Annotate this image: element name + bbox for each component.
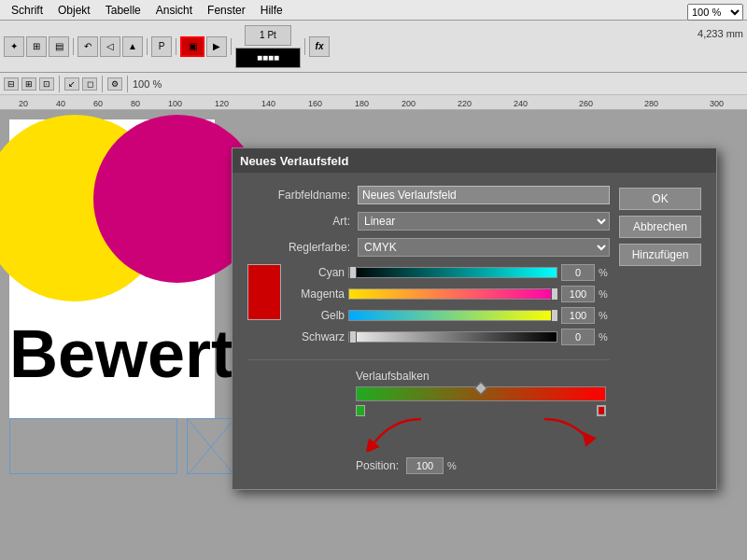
- reglerfarbe-label: Reglerfarbe:: [247, 241, 350, 254]
- position-label: Position:: [356, 459, 399, 472]
- tool-small-6[interactable]: ⚙: [107, 77, 122, 91]
- dialog-title: Neues Verlaufsfeld: [240, 154, 348, 168]
- cyan-value[interactable]: 0: [561, 264, 595, 281]
- verlaufsbalken-label: Verlaufsbalken: [247, 370, 610, 383]
- gradient-bar[interactable]: [356, 386, 606, 401]
- yellow-slider-row: Gelb 100 %: [289, 307, 610, 324]
- magenta-track[interactable]: [348, 288, 557, 300]
- stroke-width-select-btn[interactable]: 1 Pt: [245, 25, 291, 46]
- menu-bar: Schrift Objekt Tabelle Ansicht Fenster H…: [0, 0, 747, 21]
- ruler-mark-240: 240: [514, 99, 528, 108]
- fx-btn[interactable]: fx: [309, 36, 330, 57]
- reglerfarbe-select[interactable]: CMYK RGB: [358, 238, 610, 257]
- cyan-thumb[interactable]: [349, 266, 357, 279]
- tool-btn-2[interactable]: ⊞: [26, 36, 47, 57]
- magenta-thumb[interactable]: [551, 287, 558, 301]
- tool-small-3[interactable]: ⊡: [39, 77, 54, 91]
- black-thumb[interactable]: [349, 330, 357, 343]
- ruler-mark-80: 80: [131, 99, 140, 108]
- tool-btn-6[interactable]: ▲: [122, 36, 143, 57]
- farbfeldname-input[interactable]: [358, 186, 610, 204]
- tool-small-1[interactable]: ⊟: [4, 77, 19, 91]
- arrows-area: [356, 414, 610, 452]
- position-input[interactable]: [406, 457, 444, 474]
- magenta-label: Magenta: [289, 287, 345, 301]
- reglerfarbe-row: Reglerfarbe: CMYK RGB: [247, 238, 610, 257]
- toolbar-main: ✦ ⊞ ▤ ↶ ◁ ▲ P ▣ ▶ 1 Pt ■■■■ fx 4,233 mm: [0, 21, 747, 73]
- cyan-track[interactable]: [348, 267, 557, 278]
- ruler-mark-200: 200: [402, 99, 416, 108]
- ruler-mark-60: 60: [93, 99, 103, 108]
- tool-btn-1[interactable]: ✦: [4, 36, 24, 57]
- ruler-mark-120: 120: [215, 99, 229, 108]
- arrow-left-svg: [365, 414, 440, 452]
- coord-display: 4,233 mm: [698, 28, 743, 39]
- yellow-track[interactable]: [348, 310, 557, 321]
- gradient-diamond[interactable]: [474, 382, 487, 395]
- art-label: Art:: [247, 215, 350, 228]
- tool-btn-4[interactable]: ↶: [78, 36, 98, 57]
- menu-schrift[interactable]: Schrift: [4, 2, 50, 19]
- yellow-label: Gelb: [289, 309, 345, 322]
- tool-btn-7[interactable]: P: [151, 36, 172, 57]
- ruler-mark-100: 100: [168, 99, 182, 108]
- add-button[interactable]: Hinzufügen: [619, 244, 701, 266]
- percent-display: 100 %: [133, 78, 162, 90]
- ruler-mark-220: 220: [458, 99, 472, 108]
- tool-small-5[interactable]: ◻: [82, 77, 97, 91]
- ruler-mark-300: 300: [710, 99, 724, 108]
- tool-small-2[interactable]: ⊞: [21, 77, 36, 91]
- position-row: Position: %: [247, 457, 610, 474]
- farbfeldname-label: Farbfeldname:: [247, 189, 350, 202]
- yellow-value[interactable]: 100: [561, 307, 595, 324]
- menu-ansicht[interactable]: Ansicht: [148, 2, 200, 19]
- menu-tabelle[interactable]: Tabelle: [98, 2, 148, 19]
- sliders-area: Cyan 0 % Magenta: [289, 264, 610, 350]
- black-track[interactable]: [348, 331, 557, 343]
- black-unit: %: [599, 331, 610, 343]
- tool-btn-3[interactable]: ▤: [49, 36, 69, 57]
- menu-objekt[interactable]: Objekt: [50, 2, 98, 19]
- cyan-slider-row: Cyan 0 %: [289, 264, 610, 281]
- yellow-thumb[interactable]: [551, 309, 558, 322]
- toolbar-row2: ⊟ ⊞ ⊡ ↙ ◻ ⚙ 100 %: [0, 73, 747, 95]
- position-unit: %: [447, 460, 457, 471]
- gradient-bar-wrapper: [356, 386, 606, 414]
- stroke-color-btn[interactable]: ▣: [180, 36, 204, 57]
- zoom-select[interactable]: 100 % 50 % 150 %: [687, 4, 743, 21]
- ruler-mark-280: 280: [644, 99, 658, 108]
- menu-hilfe[interactable]: Hilfe: [253, 2, 290, 19]
- menu-fenster[interactable]: Fenster: [200, 2, 253, 19]
- ruler-mark-140: 140: [261, 99, 275, 108]
- art-row: Art: Linear Radial: [247, 212, 610, 231]
- gradient-section: Verlaufsbalken: [247, 359, 610, 474]
- ok-button[interactable]: OK: [619, 188, 701, 210]
- black-value[interactable]: 0: [561, 329, 595, 345]
- stroke-right-btn[interactable]: ▶: [206, 36, 227, 57]
- art-select[interactable]: Linear Radial: [358, 212, 610, 231]
- zoom-area: 100 % 50 % 150 %: [687, 4, 743, 21]
- ruler-mark-160: 160: [308, 99, 322, 108]
- dialog-right-panel: OK Abbrechen Hinzufügen: [619, 186, 701, 474]
- ruler-mark-40: 40: [56, 99, 65, 108]
- yellow-unit: %: [599, 310, 610, 321]
- dialog-body: Farbfeldname: Art: Linear Radial Reglerf…: [233, 173, 716, 489]
- tool-small-4[interactable]: ↙: [64, 77, 79, 91]
- tool-btn-5[interactable]: ◁: [100, 36, 120, 57]
- color-swatch: [247, 264, 281, 320]
- text-bewert: Bewert: [9, 315, 233, 392]
- magenta-unit: %: [599, 288, 610, 300]
- dialog-new-gradient: Neues Verlaufsfeld Farbfeldname: Art: Li…: [232, 147, 717, 490]
- ruler-mark-260: 260: [579, 99, 593, 108]
- magenta-slider-row: Magenta 100 %: [289, 286, 610, 302]
- ruler-mark-20: 20: [19, 99, 28, 108]
- cancel-button[interactable]: Abbrechen: [619, 216, 701, 238]
- cyan-label: Cyan: [289, 266, 345, 279]
- magenta-value[interactable]: 100: [561, 286, 595, 302]
- canvas-area: Bewert Neues Verlaufsfeld Farbfeldname:: [0, 110, 747, 560]
- dialog-titlebar: Neues Verlaufsfeld: [233, 148, 716, 173]
- color-black-btn[interactable]: ■■■■: [235, 48, 301, 68]
- color-section: Cyan 0 % Magenta: [247, 264, 610, 350]
- farbfeldname-row: Farbfeldname:: [247, 186, 610, 204]
- arrow-right-svg: [526, 414, 600, 452]
